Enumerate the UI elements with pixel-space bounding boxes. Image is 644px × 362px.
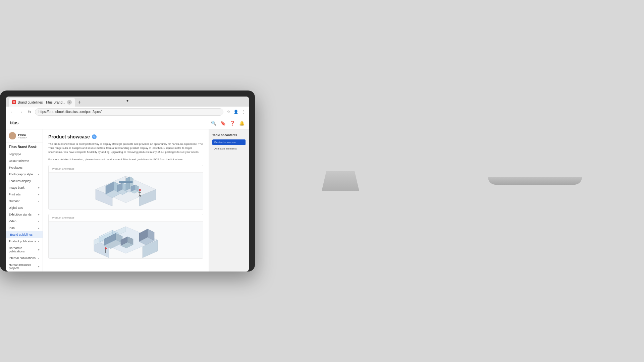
svg-text:✎: ✎: [93, 136, 95, 138]
sidebar-item-typefaces[interactable]: Typefaces: [6, 164, 43, 171]
app-header-actions: 🔍 🔖 ❓ 🔔: [211, 120, 245, 126]
svg-point-1: [11, 133, 14, 136]
monitor: ✕ Brand guidelines | Titus Brand... × + …: [0, 90, 255, 272]
svg-point-22: [139, 189, 141, 191]
back-button[interactable]: ←: [9, 109, 15, 115]
showcase-image-1: [49, 173, 203, 209]
address-bar: ← → ↻ https://brandbook.titusplus.com/po…: [6, 107, 249, 117]
sidebar-item-features-display[interactable]: Features display: [6, 178, 43, 184]
sidebar-item-corporate-publications[interactable]: Corporate publications▼: [6, 245, 43, 255]
sidebar-item-print-ads[interactable]: Print ads▼: [6, 191, 43, 198]
bell-icon[interactable]: 🔔: [239, 120, 245, 126]
showcase-card-1: Product Showcase: [48, 165, 203, 210]
tab-close-button[interactable]: ×: [67, 100, 72, 105]
reload-button[interactable]: ↻: [26, 109, 33, 115]
bookmark-icon[interactable]: 🔖: [220, 120, 226, 126]
profile-icon[interactable]: 👤: [233, 109, 239, 115]
user-name: Petra: [18, 133, 28, 136]
sidebar-item-video[interactable]: Video▼: [6, 218, 43, 225]
edit-icon[interactable]: ✎: [92, 134, 97, 139]
monitor-stand-base: [488, 177, 582, 185]
sidebar: Petra VIEWER Titus Brand Book Logotype C…: [6, 129, 43, 272]
showcase-card-2: Product Showcase: [48, 214, 203, 259]
content-header: Product showcase ✎: [48, 134, 203, 139]
browser-actions: ☆ 👤 ⋮: [225, 109, 246, 115]
tab-bar: ✕ Brand guidelines | Titus Brand... × +: [6, 97, 249, 107]
svg-point-2: [10, 136, 15, 139]
toc-item-product-showcase[interactable]: Product showcase: [212, 139, 246, 145]
new-tab-button[interactable]: +: [75, 98, 84, 107]
sidebar-item-exhibition-stands[interactable]: Exhibition stands▼: [6, 211, 43, 218]
avatar: [9, 132, 16, 139]
description-paragraph-1: The product showcase is an important way…: [48, 142, 203, 154]
sidebar-item-colour-scheme[interactable]: Colour scheme: [6, 158, 43, 164]
sidebar-item-human-resource[interactable]: Human resource projects▼: [6, 261, 43, 272]
webcam: [127, 100, 128, 102]
toc-title: Table of contents: [212, 133, 246, 137]
sidebar-item-logotype[interactable]: Logotype: [6, 151, 43, 158]
showcase-image-2: [49, 222, 203, 258]
forward-button[interactable]: →: [17, 109, 24, 115]
description-paragraph-2: For more detailed information, please do…: [48, 158, 203, 162]
showcase-label-2: Product Showcase: [49, 214, 203, 222]
url-input[interactable]: https://brandbook.titusplus.com/pos-2/po…: [35, 108, 223, 116]
user-info: Petra VIEWER: [18, 133, 28, 139]
sidebar-item-pos[interactable]: POS▲: [6, 225, 43, 231]
tab-favicon: ✕: [12, 100, 16, 104]
sidebar-item-product-publications[interactable]: Product publications▼: [6, 238, 43, 245]
svg-marker-14: [126, 177, 130, 191]
app-logo: titus: [10, 120, 19, 127]
screen-bezel: ✕ Brand guidelines | Titus Brand... × + …: [6, 97, 249, 272]
app-body: Petra VIEWER Titus Brand Book Logotype C…: [6, 129, 249, 272]
url-text: https://brandbook.titusplus.com/pos-2/po…: [39, 110, 102, 114]
svg-text:titus: titus: [10, 120, 19, 125]
tab-label: Brand guidelines | Titus Brand...: [18, 101, 65, 104]
monitor-stand-neck: [317, 171, 364, 191]
toc-item-available-elements[interactable]: Available elements: [212, 146, 246, 152]
sidebar-item-image-bank[interactable]: Image bank▼: [6, 184, 43, 191]
sidebar-item-digital-ads[interactable]: Digital ads: [6, 204, 43, 211]
browser-tab[interactable]: ✕ Brand guidelines | Titus Brand... ×: [9, 98, 75, 107]
sidebar-item-photography-style[interactable]: Photography style▼: [6, 171, 43, 178]
sidebar-title: Titus Brand Book: [6, 142, 43, 151]
table-of-contents: Table of contents Product showcase Avail…: [209, 129, 249, 272]
bookmark-icon[interactable]: ☆: [225, 109, 231, 115]
showcase-label-1: Product Showcase: [49, 165, 203, 173]
browser: ✕ Brand guidelines | Titus Brand... × + …: [6, 97, 249, 272]
app-header: titus 🔍 🔖 ❓ 🔔: [6, 117, 249, 129]
menu-icon[interactable]: ⋮: [240, 109, 246, 115]
sidebar-item-outdoor[interactable]: Outdoor▼: [6, 198, 43, 204]
help-icon[interactable]: ❓: [229, 120, 235, 126]
main-content[interactable]: Product showcase ✎ The product showcase …: [43, 129, 209, 272]
sidebar-item-internal-publications[interactable]: Internal publications▼: [6, 255, 43, 261]
search-icon[interactable]: 🔍: [211, 120, 217, 126]
sidebar-item-brand-guidelines[interactable]: Brand guidelines: [6, 231, 43, 238]
user-section: Petra VIEWER: [6, 129, 43, 142]
svg-marker-21: [119, 181, 132, 183]
svg-point-42: [105, 247, 107, 249]
page-title: Product showcase: [48, 134, 90, 139]
user-role: VIEWER: [18, 136, 28, 139]
